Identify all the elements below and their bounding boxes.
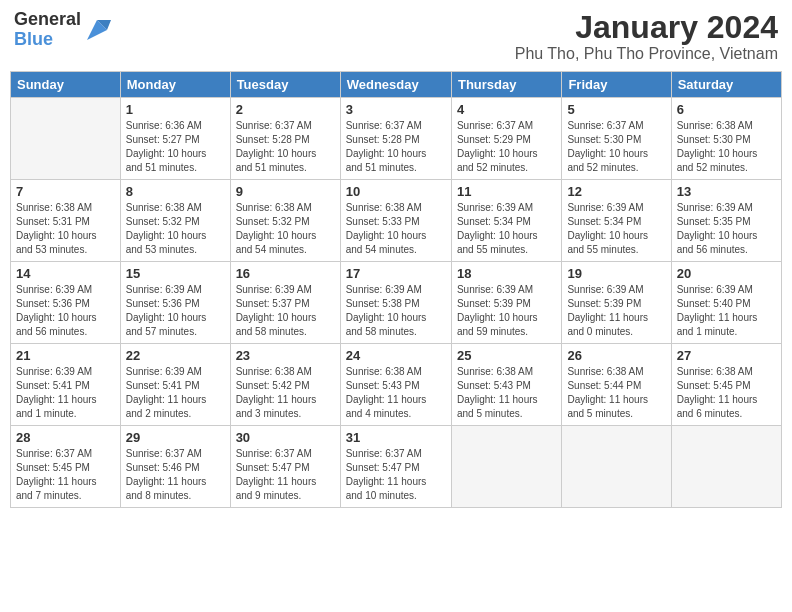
calendar-cell: 8Sunrise: 6:38 AM Sunset: 5:32 PM Daylig… [120,180,230,262]
calendar-cell: 11Sunrise: 6:39 AM Sunset: 5:34 PM Dayli… [451,180,561,262]
day-number: 19 [567,266,665,281]
calendar-cell: 2Sunrise: 6:37 AM Sunset: 5:28 PM Daylig… [230,98,340,180]
day-number: 26 [567,348,665,363]
calendar-cell: 7Sunrise: 6:38 AM Sunset: 5:31 PM Daylig… [11,180,121,262]
weekday-header: Wednesday [340,72,451,98]
page-title: January 2024 [515,10,778,45]
calendar-cell: 10Sunrise: 6:38 AM Sunset: 5:33 PM Dayli… [340,180,451,262]
day-info: Sunrise: 6:37 AM Sunset: 5:30 PM Dayligh… [567,119,665,175]
calendar-week-row: 1Sunrise: 6:36 AM Sunset: 5:27 PM Daylig… [11,98,782,180]
calendar-cell: 6Sunrise: 6:38 AM Sunset: 5:30 PM Daylig… [671,98,781,180]
calendar-cell: 1Sunrise: 6:36 AM Sunset: 5:27 PM Daylig… [120,98,230,180]
day-number: 28 [16,430,115,445]
weekday-header: Sunday [11,72,121,98]
weekday-header: Friday [562,72,671,98]
day-info: Sunrise: 6:39 AM Sunset: 5:37 PM Dayligh… [236,283,335,339]
day-info: Sunrise: 6:39 AM Sunset: 5:36 PM Dayligh… [126,283,225,339]
day-number: 5 [567,102,665,117]
calendar-cell: 4Sunrise: 6:37 AM Sunset: 5:29 PM Daylig… [451,98,561,180]
day-info: Sunrise: 6:39 AM Sunset: 5:36 PM Dayligh… [16,283,115,339]
day-number: 8 [126,184,225,199]
calendar-cell: 25Sunrise: 6:38 AM Sunset: 5:43 PM Dayli… [451,344,561,426]
day-number: 12 [567,184,665,199]
day-info: Sunrise: 6:39 AM Sunset: 5:39 PM Dayligh… [567,283,665,339]
day-info: Sunrise: 6:39 AM Sunset: 5:34 PM Dayligh… [567,201,665,257]
day-info: Sunrise: 6:39 AM Sunset: 5:38 PM Dayligh… [346,283,446,339]
day-info: Sunrise: 6:36 AM Sunset: 5:27 PM Dayligh… [126,119,225,175]
calendar-cell: 12Sunrise: 6:39 AM Sunset: 5:34 PM Dayli… [562,180,671,262]
day-info: Sunrise: 6:37 AM Sunset: 5:45 PM Dayligh… [16,447,115,503]
calendar-cell: 16Sunrise: 6:39 AM Sunset: 5:37 PM Dayli… [230,262,340,344]
day-info: Sunrise: 6:37 AM Sunset: 5:47 PM Dayligh… [236,447,335,503]
day-number: 17 [346,266,446,281]
day-info: Sunrise: 6:38 AM Sunset: 5:30 PM Dayligh… [677,119,776,175]
day-number: 25 [457,348,556,363]
calendar-cell: 9Sunrise: 6:38 AM Sunset: 5:32 PM Daylig… [230,180,340,262]
calendar-cell: 13Sunrise: 6:39 AM Sunset: 5:35 PM Dayli… [671,180,781,262]
calendar-week-row: 7Sunrise: 6:38 AM Sunset: 5:31 PM Daylig… [11,180,782,262]
calendar-cell: 21Sunrise: 6:39 AM Sunset: 5:41 PM Dayli… [11,344,121,426]
calendar-cell: 23Sunrise: 6:38 AM Sunset: 5:42 PM Dayli… [230,344,340,426]
day-info: Sunrise: 6:38 AM Sunset: 5:43 PM Dayligh… [457,365,556,421]
day-info: Sunrise: 6:38 AM Sunset: 5:44 PM Dayligh… [567,365,665,421]
logo-icon [83,16,111,44]
day-number: 30 [236,430,335,445]
day-number: 23 [236,348,335,363]
day-info: Sunrise: 6:37 AM Sunset: 5:47 PM Dayligh… [346,447,446,503]
calendar-cell: 30Sunrise: 6:37 AM Sunset: 5:47 PM Dayli… [230,426,340,508]
calendar-cell [11,98,121,180]
day-info: Sunrise: 6:38 AM Sunset: 5:32 PM Dayligh… [236,201,335,257]
day-number: 7 [16,184,115,199]
day-info: Sunrise: 6:37 AM Sunset: 5:28 PM Dayligh… [236,119,335,175]
calendar-cell: 27Sunrise: 6:38 AM Sunset: 5:45 PM Dayli… [671,344,781,426]
calendar-cell [451,426,561,508]
calendar-cell: 18Sunrise: 6:39 AM Sunset: 5:39 PM Dayli… [451,262,561,344]
day-number: 11 [457,184,556,199]
calendar-cell: 29Sunrise: 6:37 AM Sunset: 5:46 PM Dayli… [120,426,230,508]
weekday-header: Saturday [671,72,781,98]
day-number: 4 [457,102,556,117]
page-header: General Blue January 2024 Phu Tho, Phu T… [10,10,782,63]
day-info: Sunrise: 6:38 AM Sunset: 5:32 PM Dayligh… [126,201,225,257]
page-subtitle: Phu Tho, Phu Tho Province, Vietnam [515,45,778,63]
logo-blue: Blue [14,30,81,50]
weekday-header-row: SundayMondayTuesdayWednesdayThursdayFrid… [11,72,782,98]
day-number: 9 [236,184,335,199]
calendar-cell: 17Sunrise: 6:39 AM Sunset: 5:38 PM Dayli… [340,262,451,344]
weekday-header: Thursday [451,72,561,98]
day-info: Sunrise: 6:39 AM Sunset: 5:40 PM Dayligh… [677,283,776,339]
calendar-cell: 31Sunrise: 6:37 AM Sunset: 5:47 PM Dayli… [340,426,451,508]
calendar-week-row: 28Sunrise: 6:37 AM Sunset: 5:45 PM Dayli… [11,426,782,508]
day-number: 18 [457,266,556,281]
day-number: 14 [16,266,115,281]
calendar-cell: 15Sunrise: 6:39 AM Sunset: 5:36 PM Dayli… [120,262,230,344]
day-info: Sunrise: 6:38 AM Sunset: 5:31 PM Dayligh… [16,201,115,257]
day-info: Sunrise: 6:39 AM Sunset: 5:35 PM Dayligh… [677,201,776,257]
logo: General Blue [14,10,111,50]
day-number: 29 [126,430,225,445]
day-info: Sunrise: 6:39 AM Sunset: 5:39 PM Dayligh… [457,283,556,339]
calendar-cell: 28Sunrise: 6:37 AM Sunset: 5:45 PM Dayli… [11,426,121,508]
calendar-cell: 3Sunrise: 6:37 AM Sunset: 5:28 PM Daylig… [340,98,451,180]
weekday-header: Monday [120,72,230,98]
day-number: 1 [126,102,225,117]
day-info: Sunrise: 6:38 AM Sunset: 5:45 PM Dayligh… [677,365,776,421]
calendar-cell: 19Sunrise: 6:39 AM Sunset: 5:39 PM Dayli… [562,262,671,344]
day-number: 21 [16,348,115,363]
day-info: Sunrise: 6:37 AM Sunset: 5:29 PM Dayligh… [457,119,556,175]
day-number: 6 [677,102,776,117]
calendar-cell [671,426,781,508]
day-number: 10 [346,184,446,199]
logo-general: General [14,10,81,30]
day-number: 16 [236,266,335,281]
day-info: Sunrise: 6:39 AM Sunset: 5:41 PM Dayligh… [126,365,225,421]
day-info: Sunrise: 6:37 AM Sunset: 5:46 PM Dayligh… [126,447,225,503]
title-block: January 2024 Phu Tho, Phu Tho Province, … [515,10,778,63]
calendar-cell: 5Sunrise: 6:37 AM Sunset: 5:30 PM Daylig… [562,98,671,180]
day-info: Sunrise: 6:39 AM Sunset: 5:41 PM Dayligh… [16,365,115,421]
calendar-table: SundayMondayTuesdayWednesdayThursdayFrid… [10,71,782,508]
day-info: Sunrise: 6:38 AM Sunset: 5:42 PM Dayligh… [236,365,335,421]
day-info: Sunrise: 6:39 AM Sunset: 5:34 PM Dayligh… [457,201,556,257]
calendar-week-row: 14Sunrise: 6:39 AM Sunset: 5:36 PM Dayli… [11,262,782,344]
day-number: 13 [677,184,776,199]
